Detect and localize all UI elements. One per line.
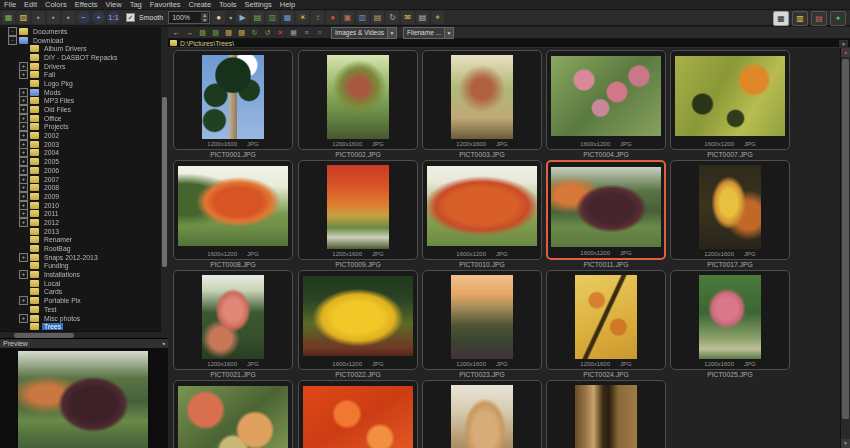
actual-size-icon[interactable]: 1:1: [107, 11, 120, 24]
layout-viewer-button[interactable]: ▥: [792, 11, 808, 26]
tree-item-logo-pkg[interactable]: +Logo Pkg: [0, 79, 168, 88]
tree-item-mods[interactable]: +Mods: [0, 88, 168, 97]
tree-expander-icon[interactable]: -: [8, 27, 17, 36]
zoom-combo[interactable]: 100% ▲▼: [168, 11, 210, 24]
folder-icon[interactable]: ▨: [223, 28, 234, 38]
thumbnail-pict0017[interactable]: 1200x1600JPG: [670, 160, 790, 260]
tree-expander-icon[interactable]: +: [19, 201, 28, 210]
thumbnail-row4-col3[interactable]: [422, 380, 542, 448]
compare-icon[interactable]: ▦: [281, 11, 294, 24]
sync-icon[interactable]: ↺: [262, 28, 273, 38]
tree-item-2011[interactable]: +2011: [0, 209, 168, 218]
tree-scrollbar-thumb[interactable]: [162, 97, 167, 267]
menu-settings[interactable]: Settings: [241, 0, 276, 9]
tree-item-portable-pix[interactable]: +Portable Pix: [0, 296, 168, 305]
thumbnail-pict0009[interactable]: 1200x1600JPG: [298, 160, 418, 260]
thumbnail-row4-col4[interactable]: [546, 380, 666, 448]
thumbnail-pict0024[interactable]: 1200x1600JPG: [546, 270, 666, 370]
tree-scrollbar[interactable]: [161, 27, 168, 338]
tree-item-2004[interactable]: +2004: [0, 149, 168, 158]
thumbnail-pict0023[interactable]: 1200x1600JPG: [422, 270, 542, 370]
sort-dropdown[interactable]: Filename ... ▼: [403, 27, 454, 39]
tree-expander-icon[interactable]: +: [19, 175, 28, 184]
address-dropdown-arrow[interactable]: ▼: [839, 40, 848, 47]
tree-item-local[interactable]: +Local: [0, 279, 168, 288]
crop-icon[interactable]: ▣: [341, 11, 354, 24]
hand-tool-icon[interactable]: ●: [212, 11, 225, 24]
thumbnail-pict0011[interactable]: 1600x1200JPG: [546, 160, 666, 260]
thumbnail-pict0021[interactable]: 1200x1600JPG: [173, 270, 293, 370]
tree-expander-icon[interactable]: +: [19, 88, 28, 97]
layout-compare-button[interactable]: ▤: [811, 11, 827, 26]
zoom-spinner[interactable]: ▲▼: [201, 13, 208, 22]
tree-expander-icon[interactable]: +: [19, 209, 28, 218]
preview-close-icon[interactable]: ▪: [163, 340, 165, 347]
zoom-in-icon[interactable]: +: [92, 11, 105, 24]
tree-item-2006[interactable]: +2006: [0, 166, 168, 175]
slideshow-icon[interactable]: ▶: [236, 11, 249, 24]
thumbnail-pict0001[interactable]: 1200x1600JPG: [173, 50, 293, 150]
browse-icon[interactable]: ▦: [2, 11, 15, 24]
refresh-icon[interactable]: ↻: [249, 28, 260, 38]
menu-file[interactable]: File: [0, 0, 20, 9]
tree-item-download[interactable]: -Download: [0, 36, 168, 45]
back-icon[interactable]: ←: [171, 28, 182, 38]
tree-item-projects[interactable]: +Projects: [0, 123, 168, 132]
fullscreen-button[interactable]: ✦: [830, 11, 846, 26]
tree-item-2003[interactable]: +2003: [0, 140, 168, 149]
sort-dropdown-arrow[interactable]: ▼: [444, 28, 453, 38]
tree-item-album-drivers[interactable]: +Album Drivers: [0, 44, 168, 53]
resize-icon[interactable]: ↕: [311, 11, 324, 24]
forward-icon[interactable]: →: [184, 28, 195, 38]
tree-expander-icon[interactable]: +: [19, 62, 28, 71]
tree-expander-icon[interactable]: +: [19, 166, 28, 175]
menu-view[interactable]: View: [102, 0, 126, 9]
tree-expander-icon[interactable]: +: [19, 253, 28, 262]
tree-item-funding[interactable]: +Funding: [0, 262, 168, 271]
tree-item-fall[interactable]: +Fall: [0, 70, 168, 79]
open-folder-icon[interactable]: ▨: [17, 11, 30, 24]
tree-expander-icon[interactable]: +: [19, 183, 28, 192]
red-eye-icon[interactable]: ●: [326, 11, 339, 24]
settings-icon[interactable]: ✦: [431, 11, 444, 24]
hand-tool-caret[interactable]: ▾: [229, 14, 232, 21]
thumbnail-pict0002[interactable]: 1200x1600JPG: [298, 50, 418, 150]
tree-expander-icon[interactable]: +: [19, 157, 28, 166]
tree-expander-icon[interactable]: +: [19, 218, 28, 227]
copy-to-icon[interactable]: ▤: [251, 11, 264, 24]
tree-expander-icon[interactable]: +: [19, 96, 28, 105]
tree-expander-icon[interactable]: +: [19, 114, 28, 123]
menu-tag[interactable]: Tag: [126, 0, 146, 9]
tree-expander-icon[interactable]: -: [8, 36, 17, 45]
menu-effects[interactable]: Effects: [71, 0, 102, 9]
menu-tools[interactable]: Tools: [215, 0, 241, 9]
tree-expander-icon[interactable]: +: [19, 122, 28, 131]
new-folder-icon[interactable]: ▨: [210, 28, 221, 38]
tree-item-2010[interactable]: +2010: [0, 201, 168, 210]
thumbnail-pict0010[interactable]: 1600x1200JPG: [422, 160, 542, 260]
tree-item-old-files[interactable]: +Old Files: [0, 105, 168, 114]
tree-item-2002[interactable]: +2002: [0, 131, 168, 140]
tree-expander-icon[interactable]: +: [19, 148, 28, 157]
thumbnail-row4-col2[interactable]: [298, 380, 418, 448]
tree-item-mp3-files[interactable]: +MP3 Files: [0, 97, 168, 106]
tree-item-diy-dasbot-repacks[interactable]: +DIY - DASBOT Repacks: [0, 53, 168, 62]
tree-item-installations[interactable]: +Installations: [0, 270, 168, 279]
view-list-icon[interactable]: ≡: [301, 28, 312, 38]
rotate-icon[interactable]: ↻: [386, 11, 399, 24]
grid-scrollbar[interactable]: ▲ ▼: [840, 48, 850, 448]
tree-item-2013[interactable]: +2013: [0, 227, 168, 236]
scroll-up-arrow[interactable]: ▲: [841, 48, 850, 57]
save-as-icon[interactable]: ▪: [47, 11, 60, 24]
tree-item-2005[interactable]: +2005: [0, 157, 168, 166]
thumbnail-row4-col1[interactable]: [173, 380, 293, 448]
histogram-icon[interactable]: ▥: [356, 11, 369, 24]
tree-item-2012[interactable]: +2012: [0, 218, 168, 227]
tree-item-2009[interactable]: +2009: [0, 192, 168, 201]
tree-expander-icon[interactable]: +: [19, 314, 28, 323]
thumbnail-pict0004[interactable]: 1600x1200JPG: [546, 50, 666, 150]
grid-scrollbar-thumb[interactable]: [842, 59, 849, 419]
tree-expander-icon[interactable]: +: [19, 105, 28, 114]
copy-file-icon[interactable]: ▪: [62, 11, 75, 24]
tree-item-renamer[interactable]: +Renamer: [0, 236, 168, 245]
